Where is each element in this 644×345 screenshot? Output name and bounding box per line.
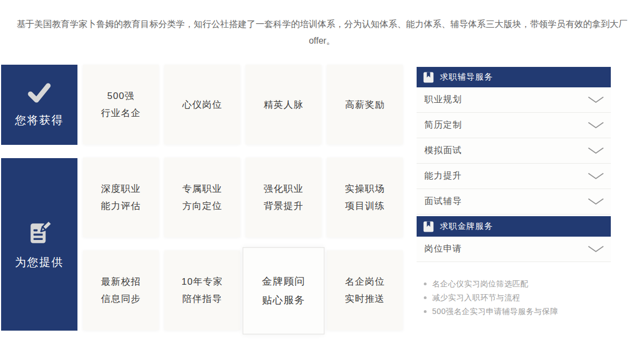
benefit-card: 精英人脉 [246,65,321,144]
benefit-card: 10年专家 陪伴指导 [164,250,240,330]
benefit-card-highlighted: 金牌顾问 贴心服务 [243,247,325,334]
benefit-card: 专属职业 方向定位 [164,158,240,237]
feature-bullet: 减少实习入职环节与流程 [424,291,611,305]
feature-bullet: 500强名企实习申请辅导服务与保障 [424,305,611,318]
section-header-gold-services: 求职金牌服务 [417,216,611,237]
benefit-card-label: 专属职业 方向定位 [183,180,222,215]
panel-you-will-get: 您将获得 [1,65,77,145]
panel-label: 您将获得 [15,113,64,128]
accordion-item-label: 简历定制 [424,119,462,131]
accordion-item-resume-customization[interactable]: 简历定制 [417,113,611,138]
accordion-item-label: 职业规划 [424,94,462,106]
benefit-card-label: 强化职业 背景提升 [264,180,304,215]
services-sidebar: 求职辅导服务 职业规划 简历定制 模拟面试 能力提升 [417,67,611,318]
accordion-item-label: 面试辅导 [424,196,462,207]
accordion-item-label: 能力提升 [424,170,462,182]
service-feature-list: 名企心仪实习岗位筛选匹配 减少实习入职环节与流程 500强名企实习申请辅导服务与… [424,277,611,318]
accordion-item-mock-interview[interactable]: 模拟面试 [417,138,611,164]
accordion-item-ability-improvement[interactable]: 能力提升 [417,164,611,189]
benefit-card: 名企岗位 实时推送 [327,250,403,330]
panel-label: 为您提供 [15,255,64,270]
benefit-card: 深度职业 能力评估 [83,158,159,237]
accordion-item-career-planning[interactable]: 职业规划 [417,87,611,113]
chevron-down-icon [588,122,604,129]
accordion-item-interview-coaching[interactable]: 面试辅导 [417,189,611,215]
chevron-down-icon [588,147,604,154]
benefit-card-label: 实操职场 项目训练 [345,180,385,215]
benefit-card-label: 名企岗位 实时推送 [345,273,385,307]
accordion-item-job-application[interactable]: 岗位申请 [417,237,611,262]
section-header-coaching-services: 求职辅导服务 [417,67,611,87]
training-system-section: 您将获得 为您提供 500强 行业名企 [1,65,644,331]
check-icon [26,82,53,106]
panel-we-provide: 为您提供 [1,158,77,331]
intro-text: 基于美国教育学家卜鲁姆的教育目标分类学，知行公社搭建了一套科学的培训体系，分为认… [9,16,635,49]
benefit-card: 500强 行业名企 [83,65,159,144]
left-label-column: 您将获得 为您提供 [1,65,77,331]
benefit-card-label: 深度职业 能力评估 [101,180,141,215]
benefit-card-label: 精英人脉 [264,96,304,113]
accordion-item-label: 模拟面试 [424,145,462,156]
section-title: 求职金牌服务 [440,221,493,232]
benefit-card-label: 500强 行业名企 [101,87,141,122]
benefit-card: 高薪奖励 [327,65,403,144]
bookmark-icon [423,221,434,232]
chevron-down-icon [588,198,604,205]
benefit-card-label: 高薪奖励 [345,96,385,113]
benefit-card-label: 金牌顾问 贴心服务 [262,273,305,310]
benefit-card: 心仪岗位 [164,65,240,144]
benefit-card-label: 心仪岗位 [183,96,222,113]
chevron-down-icon [588,96,604,103]
benefit-card-label: 最新校招 信息同步 [101,273,141,307]
benefit-card-grid: 500强 行业名企 心仪岗位 精英人脉 高薪奖励 深度职业 能力评估 专属职业 … [83,65,403,331]
chevron-down-icon [588,245,604,253]
benefit-card: 最新校招 信息同步 [83,250,159,330]
feature-bullet: 名企心仪实习岗位筛选匹配 [424,277,611,291]
benefit-card: 实操职场 项目训练 [327,158,403,237]
bookmark-icon [423,72,434,83]
accordion-item-label: 岗位申请 [424,243,462,255]
section-title: 求职辅导服务 [440,72,493,82]
benefit-card: 强化职业 背景提升 [246,158,321,237]
chevron-down-icon [588,172,604,180]
edit-document-icon [27,219,52,248]
benefit-card-label: 10年专家 陪伴指导 [181,273,223,307]
